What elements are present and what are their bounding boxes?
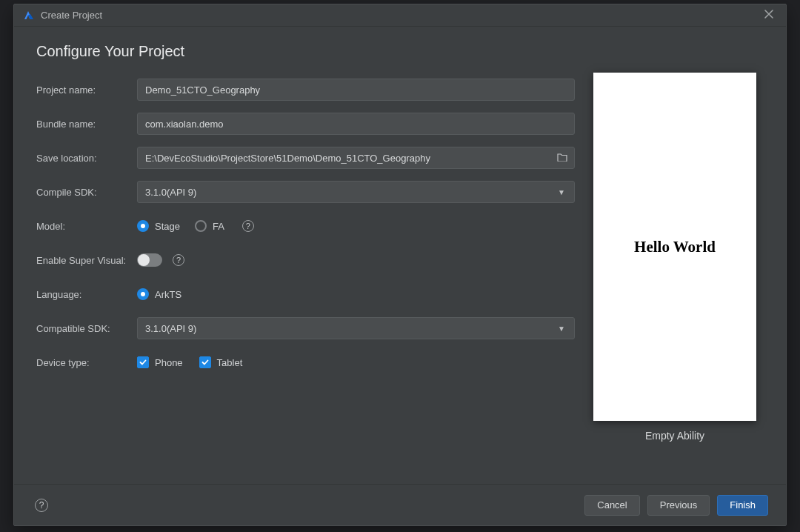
- device-type-group: Phone Tablet: [137, 356, 575, 368]
- preview-hello-world: Hello World: [634, 238, 716, 256]
- compile-sdk-dropdown[interactable]: 3.1.0(API 9) ▼: [137, 181, 575, 203]
- project-name-label: Project name:: [36, 84, 137, 96]
- model-radio-fa-label: FA: [213, 221, 224, 232]
- finish-button[interactable]: Finish: [717, 495, 768, 516]
- bundle-name-input[interactable]: [137, 113, 575, 135]
- app-logo-icon: [21, 9, 35, 22]
- model-radio-group: Stage FA ?: [137, 220, 575, 232]
- model-radio-stage-label: Stage: [155, 221, 180, 232]
- chevron-down-icon: ▼: [558, 325, 565, 333]
- super-visual-label: Enable Super Visual:: [36, 255, 137, 266]
- compile-sdk-value: 3.1.0(API 9): [145, 187, 196, 198]
- chevron-down-icon: ▼: [558, 188, 565, 196]
- device-tablet-label: Tablet: [217, 357, 243, 368]
- model-radio-fa[interactable]: FA: [195, 220, 224, 232]
- device-phone-label: Phone: [155, 357, 183, 368]
- titlebar: Create Project: [14, 4, 786, 27]
- device-phone-checkbox[interactable]: Phone: [137, 356, 183, 368]
- model-label: Model:: [36, 221, 137, 232]
- super-visual-toggle[interactable]: [137, 253, 162, 267]
- compatible-sdk-dropdown[interactable]: 3.1.0(API 9) ▼: [137, 317, 575, 339]
- previous-button[interactable]: Previous: [647, 495, 710, 516]
- language-radio-arkts-label: ArkTS: [155, 289, 181, 300]
- device-tablet-checkbox[interactable]: Tablet: [199, 356, 243, 368]
- create-project-dialog: Create Project Configure Your Project Pr…: [13, 4, 787, 526]
- help-icon[interactable]: ?: [242, 220, 254, 232]
- project-name-input[interactable]: [137, 79, 575, 101]
- device-type-label: Device type:: [36, 357, 137, 368]
- compatible-sdk-label: Compatible SDK:: [36, 323, 137, 334]
- help-icon[interactable]: ?: [35, 499, 48, 512]
- cancel-button[interactable]: Cancel: [584, 495, 639, 516]
- save-location-input[interactable]: [137, 147, 575, 169]
- dialog-footer: ? Cancel Previous Finish: [14, 484, 786, 525]
- model-radio-stage[interactable]: Stage: [137, 220, 180, 232]
- help-icon[interactable]: ?: [173, 254, 184, 266]
- compile-sdk-label: Compile SDK:: [36, 187, 137, 198]
- language-radio-arkts[interactable]: ArkTS: [137, 288, 181, 300]
- language-label: Language:: [36, 289, 137, 300]
- window-title: Create Project: [41, 10, 759, 21]
- language-radio-group: ArkTS: [137, 288, 575, 300]
- page-heading: Configure Your Project: [36, 43, 575, 60]
- template-preview: Hello World: [593, 73, 756, 421]
- bundle-name-label: Bundle name:: [36, 119, 137, 130]
- template-caption: Empty Ability: [645, 430, 704, 442]
- save-location-label: Save location:: [36, 153, 137, 164]
- compatible-sdk-value: 3.1.0(API 9): [145, 323, 196, 334]
- close-icon[interactable]: [759, 6, 779, 24]
